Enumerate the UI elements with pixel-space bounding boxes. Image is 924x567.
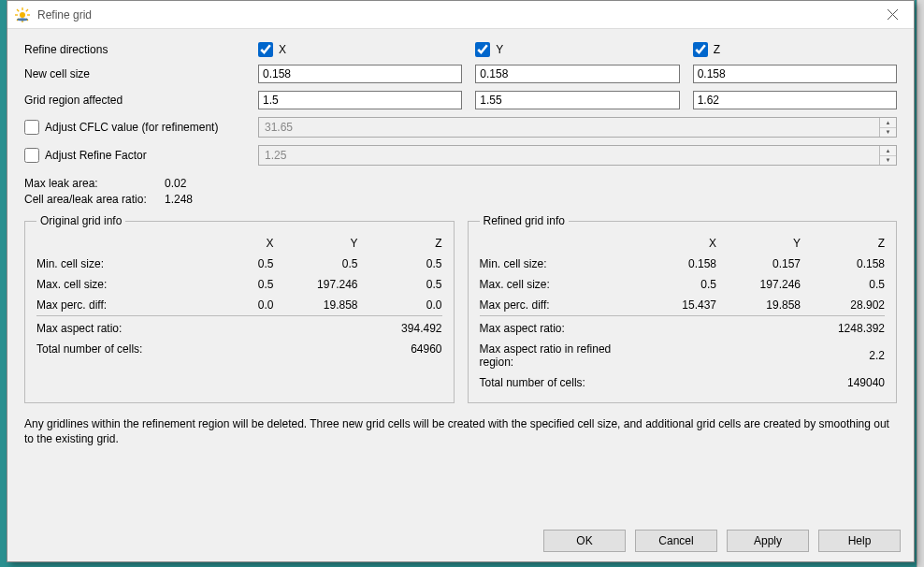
ref-min-y: 0.157: [716, 254, 801, 274]
region-z-input[interactable]: [693, 91, 897, 109]
svg-point-0: [20, 12, 25, 18]
apply-button[interactable]: Apply: [727, 530, 809, 552]
ref-aspect-rr-label: Max aspect ratio in refined region:: [480, 339, 633, 372]
app-icon: [15, 7, 30, 22]
rf-spinner[interactable]: 1.25 ▲ ▼: [258, 145, 897, 166]
orig-pd-y: 19.858: [274, 295, 358, 316]
ref-total-label: Total number of cells:: [480, 372, 633, 393]
titlebar: Refine grid: [7, 1, 914, 29]
dir-x-checkbox[interactable]: X: [258, 42, 462, 57]
cflc-value: 31.65: [265, 121, 293, 134]
cflc-up-icon[interactable]: ▲: [880, 118, 896, 128]
ref-aspect-rr: 2.2: [801, 339, 885, 372]
adjust-rf-checkbox[interactable]: Adjust Refine Factor: [24, 148, 147, 163]
refine-grid-dialog: Refine grid Refine directions X Y Z New …: [7, 0, 915, 562]
button-bar: OK Cancel Apply Help: [7, 520, 914, 561]
cell-size-y-input[interactable]: [475, 65, 679, 83]
dir-z-label: Z: [714, 43, 720, 56]
orig-min-z: 0.5: [358, 254, 442, 274]
orig-pd-z: 0.0: [358, 295, 442, 316]
cancel-button[interactable]: Cancel: [635, 530, 717, 552]
adjust-cflc-checkbox[interactable]: Adjust CFLC value (for refinement): [24, 120, 218, 135]
max-leak-value: 0.02: [165, 177, 211, 190]
svg-line-5: [17, 9, 19, 11]
cell-size-z-input[interactable]: [693, 65, 897, 83]
close-button[interactable]: [871, 1, 914, 29]
help-button[interactable]: Help: [818, 530, 901, 552]
cell-size-x-input[interactable]: [258, 65, 462, 83]
orig-max-z: 0.5: [358, 274, 442, 295]
orig-max-label: Max. cell size:: [36, 274, 190, 295]
ref-min-label: Min. cell size:: [480, 254, 633, 274]
adjust-cflc-label: Adjust CFLC value (for refinement): [45, 121, 218, 134]
orig-min-y: 0.5: [274, 254, 358, 274]
original-grid-info: Original grid info XYZ Min. cell size:0.…: [24, 214, 455, 403]
ref-pd-z: 28.902: [801, 295, 885, 316]
ref-total: 149040: [801, 372, 885, 393]
new-cell-size-label: New cell size: [24, 67, 258, 80]
dir-y-checkbox[interactable]: Y: [475, 42, 679, 57]
orig-hy: Y: [274, 233, 358, 254]
orig-hx: X: [190, 233, 274, 254]
ref-pd-y: 19.858: [716, 295, 801, 316]
ref-hz: Z: [801, 233, 885, 254]
cflc-spinner[interactable]: 31.65 ▲ ▼: [258, 117, 897, 138]
ref-hx: X: [632, 233, 716, 254]
rf-down-icon[interactable]: ▼: [880, 156, 896, 166]
refined-grid-info: Refined grid info XYZ Min. cell size:0.1…: [468, 214, 898, 403]
orig-min-x: 0.5: [190, 254, 274, 274]
dir-x-label: X: [279, 43, 286, 56]
svg-line-8: [26, 9, 28, 11]
orig-aspect-label: Max aspect ratio:: [36, 316, 190, 340]
orig-total: 64960: [358, 339, 442, 359]
ref-aspect-label: Max aspect ratio:: [480, 316, 633, 340]
orig-total-label: Total number of cells:: [36, 339, 190, 359]
grid-region-label: Grid region affected: [24, 94, 258, 107]
ref-pd-label: Max perc. diff:: [480, 295, 633, 316]
ref-max-y: 197.246: [716, 274, 801, 295]
ref-min-x: 0.158: [632, 254, 716, 274]
ref-legend: Refined grid info: [480, 214, 569, 227]
ref-max-z: 0.5: [801, 274, 885, 295]
ref-max-x: 0.5: [632, 274, 716, 295]
rf-up-icon[interactable]: ▲: [880, 146, 896, 156]
orig-pd-x: 0.0: [190, 295, 274, 316]
orig-max-y: 197.246: [274, 274, 358, 295]
orig-hz: Z: [358, 233, 442, 254]
cell-ratio-value: 1.248: [165, 193, 211, 206]
cflc-down-icon[interactable]: ▼: [880, 128, 896, 138]
window-title: Refine grid: [37, 8, 871, 22]
ok-button[interactable]: OK: [543, 530, 626, 552]
rf-value: 1.25: [265, 149, 286, 162]
orig-legend: Original grid info: [36, 214, 125, 227]
max-leak-label: Max leak area:: [24, 177, 165, 190]
orig-min-label: Min. cell size:: [36, 254, 190, 274]
ref-pd-x: 15.437: [632, 295, 716, 316]
ref-min-z: 0.158: [801, 254, 885, 274]
region-x-input[interactable]: [258, 91, 462, 109]
refine-note: Any gridlines within the refinement regi…: [24, 416, 897, 446]
region-y-input[interactable]: [475, 91, 679, 109]
ref-max-label: Max. cell size:: [480, 274, 633, 295]
dir-z-checkbox[interactable]: Z: [693, 42, 897, 57]
orig-aspect: 394.492: [358, 316, 442, 340]
adjust-rf-label: Adjust Refine Factor: [45, 149, 147, 162]
refine-directions-label: Refine directions: [24, 43, 258, 56]
dir-y-label: Y: [496, 43, 503, 56]
svg-point-9: [17, 18, 28, 21]
orig-max-x: 0.5: [190, 274, 274, 295]
orig-pd-label: Max perc. diff:: [36, 295, 190, 316]
cell-ratio-label: Cell area/leak area ratio:: [24, 193, 165, 206]
ref-hy: Y: [716, 233, 801, 254]
ref-aspect: 1248.392: [801, 316, 885, 340]
